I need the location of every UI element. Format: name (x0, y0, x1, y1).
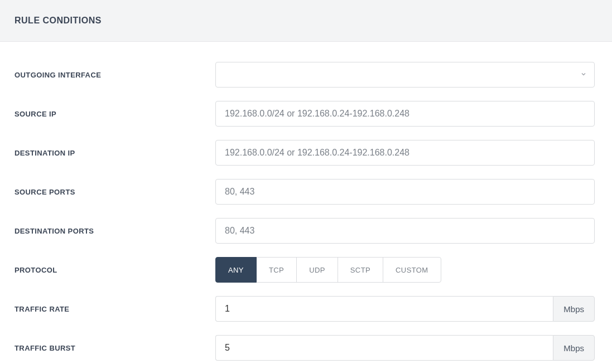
row-traffic-burst: TRAFFIC BURST Mbps (15, 335, 597, 361)
outgoing-interface-value[interactable] (215, 62, 595, 88)
row-traffic-rate: TRAFFIC RATE Mbps (15, 296, 597, 322)
row-destination-ip: DESTINATION IP (15, 140, 597, 166)
traffic-rate-input[interactable] (215, 296, 553, 322)
row-source-ip: SOURCE IP (15, 101, 597, 127)
traffic-rate-unit: Mbps (553, 296, 595, 322)
outgoing-interface-select[interactable] (215, 62, 595, 88)
destination-ports-input[interactable] (215, 218, 595, 244)
source-ip-input[interactable] (215, 101, 595, 127)
traffic-burst-unit: Mbps (553, 335, 595, 361)
protocol-option-custom[interactable]: CUSTOM (383, 257, 441, 283)
label-traffic-burst: TRAFFIC BURST (15, 344, 215, 352)
label-source-ip: SOURCE IP (15, 110, 215, 118)
row-protocol: PROTOCOL ANY TCP UDP SCTP CUSTOM (15, 257, 597, 283)
protocol-option-udp[interactable]: UDP (296, 257, 338, 283)
label-outgoing-interface: OUTGOING INTERFACE (15, 71, 215, 79)
protocol-button-group: ANY TCP UDP SCTP CUSTOM (215, 257, 595, 283)
label-source-ports: SOURCE PORTS (15, 188, 215, 196)
protocol-option-tcp[interactable]: TCP (256, 257, 297, 283)
source-ports-input[interactable] (215, 179, 595, 205)
protocol-option-sctp[interactable]: SCTP (338, 257, 383, 283)
label-destination-ip: DESTINATION IP (15, 149, 215, 157)
label-traffic-rate: TRAFFIC RATE (15, 305, 215, 313)
row-outgoing-interface: OUTGOING INTERFACE (15, 62, 597, 88)
destination-ip-input[interactable] (215, 140, 595, 166)
form-container: OUTGOING INTERFACE SOURCE IP DESTINATION… (0, 42, 612, 364)
section-header: RULE CONDITIONS (0, 0, 612, 42)
traffic-burst-input[interactable] (215, 335, 553, 361)
row-source-ports: SOURCE PORTS (15, 179, 597, 205)
label-protocol: PROTOCOL (15, 266, 215, 274)
section-title: RULE CONDITIONS (15, 16, 597, 26)
label-destination-ports: DESTINATION PORTS (15, 227, 215, 235)
protocol-option-any[interactable]: ANY (215, 257, 257, 283)
row-destination-ports: DESTINATION PORTS (15, 218, 597, 244)
